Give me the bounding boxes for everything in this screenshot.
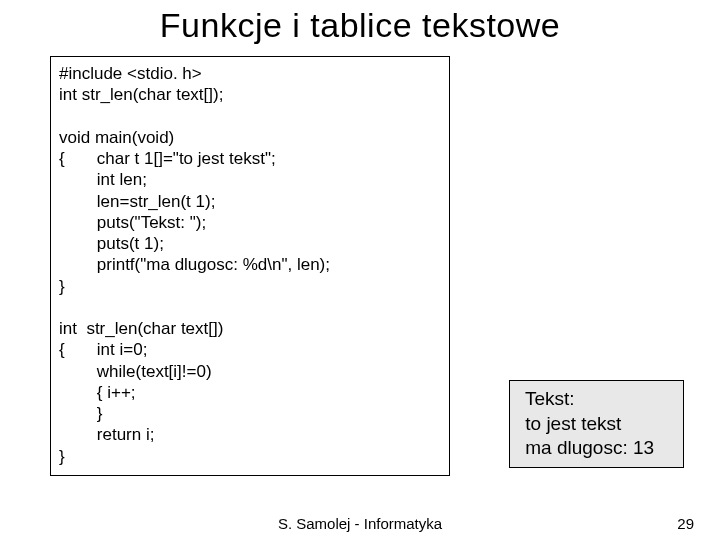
- page-title: Funkcje i tablice tekstowe: [0, 0, 720, 45]
- program-output: Tekst: to jest tekst ma dlugosc: 13: [509, 380, 684, 468]
- page-number: 29: [677, 515, 694, 532]
- code-listing: #include <stdio. h> int str_len(char tex…: [50, 56, 450, 476]
- slide: Funkcje i tablice tekstowe #include <std…: [0, 0, 720, 540]
- footer-text: S. Samolej - Informatyka: [0, 515, 720, 532]
